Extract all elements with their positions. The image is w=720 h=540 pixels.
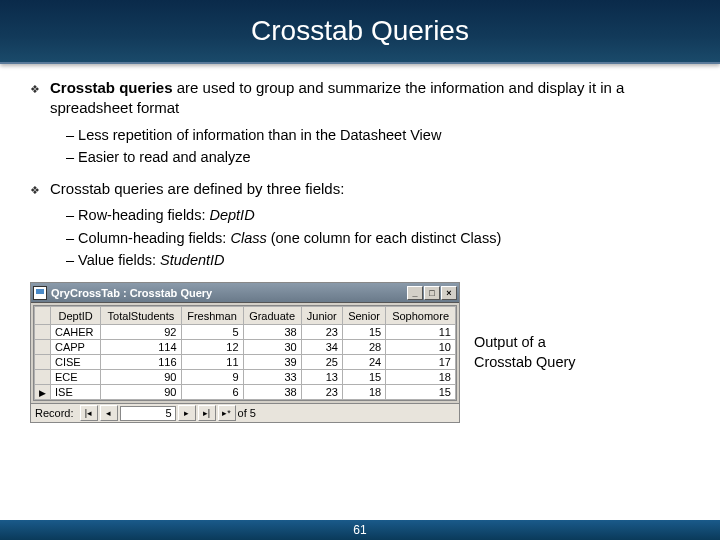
row-selector[interactable] [35,325,51,340]
bullet-2-subs: – Row-heading fields: DeptID – Column-he… [66,205,690,270]
value-cell[interactable]: 15 [342,370,385,385]
bullet-2: ❖ Crosstab queries are defined by three … [30,179,690,199]
dept-cell[interactable]: CAPP [51,340,101,355]
window-titlebar[interactable]: QryCrossTab : Crosstab Query _ □ × [31,283,459,303]
row-selector[interactable] [35,340,51,355]
record-navigator: Record: |◂ ◂ 5 ▸ ▸| ▸* of 5 [31,403,459,422]
new-record-button[interactable]: ▸* [218,405,236,421]
value-cell[interactable]: 23 [301,325,342,340]
window-title: QryCrossTab : Crosstab Query [51,287,407,299]
crosstab-table: DeptID TotalStudents Freshman Graduate J… [34,306,456,400]
row-selector[interactable] [35,355,51,370]
next-record-button[interactable]: ▸ [178,405,196,421]
value-cell[interactable]: 28 [342,340,385,355]
value-cell[interactable]: 33 [243,370,301,385]
value-cell[interactable]: 25 [301,355,342,370]
minimize-button[interactable]: _ [407,286,423,300]
dept-cell[interactable]: ISE [51,385,101,400]
table-row[interactable]: CISE1161139252417 [35,355,456,370]
value-cell[interactable]: 11 [181,355,243,370]
table-row[interactable]: ISE90638231815 [35,385,456,400]
value-cell[interactable]: 11 [386,325,456,340]
value-cell[interactable]: 9 [181,370,243,385]
dept-cell[interactable]: ECE [51,370,101,385]
value-cell[interactable]: 92 [101,325,181,340]
window-icon [33,286,47,300]
row-selector[interactable] [35,385,51,400]
query-output-row: QryCrossTab : Crosstab Query _ □ × DeptI… [30,282,690,423]
record-count: of 5 [238,407,256,419]
value-cell[interactable]: 116 [101,355,181,370]
value-cell[interactable]: 12 [181,340,243,355]
bullet-2-sub-2: – Column-heading fields: Class (one colu… [66,228,690,248]
bullet-2-text: Crosstab queries are defined by three fi… [50,179,344,199]
col-header[interactable]: Freshman [181,307,243,325]
dept-cell[interactable]: CAHER [51,325,101,340]
slide-header: Crosstab Queries [0,0,720,64]
value-cell[interactable]: 15 [342,325,385,340]
header-row: DeptID TotalStudents Freshman Graduate J… [35,307,456,325]
slide-title: Crosstab Queries [251,15,469,47]
first-record-button[interactable]: |◂ [80,405,98,421]
table-row[interactable]: CAPP1141230342810 [35,340,456,355]
row-selector-header [35,307,51,325]
col-header[interactable]: Graduate [243,307,301,325]
value-cell[interactable]: 38 [243,385,301,400]
table-row[interactable]: ECE90933131518 [35,370,456,385]
col-header[interactable]: Senior [342,307,385,325]
row-selector[interactable] [35,370,51,385]
bullet-2-sub-3: – Value fields: StudentID [66,250,690,270]
col-header[interactable]: DeptID [51,307,101,325]
bullet-1-sub-1: – Less repetition of information than in… [66,125,690,145]
output-caption: Output of a Crosstab Query [474,333,594,372]
value-cell[interactable]: 18 [386,370,456,385]
record-number-input[interactable]: 5 [120,406,176,421]
diamond-icon: ❖ [30,183,40,199]
slide-content: ❖ Crosstab queries are used to group and… [0,64,720,423]
value-cell[interactable]: 17 [386,355,456,370]
value-cell[interactable]: 18 [342,385,385,400]
data-grid[interactable]: DeptID TotalStudents Freshman Graduate J… [33,305,457,401]
value-cell[interactable]: 38 [243,325,301,340]
value-cell[interactable]: 90 [101,385,181,400]
value-cell[interactable]: 114 [101,340,181,355]
last-record-button[interactable]: ▸| [198,405,216,421]
bullet-1-bold: Crosstab queries [50,79,173,96]
value-cell[interactable]: 39 [243,355,301,370]
value-cell[interactable]: 6 [181,385,243,400]
value-cell[interactable]: 23 [301,385,342,400]
value-cell[interactable]: 10 [386,340,456,355]
col-header[interactable]: Junior [301,307,342,325]
bullet-2-sub-1: – Row-heading fields: DeptID [66,205,690,225]
bullet-1: ❖ Crosstab queries are used to group and… [30,78,690,119]
value-cell[interactable]: 24 [342,355,385,370]
close-button[interactable]: × [441,286,457,300]
value-cell[interactable]: 5 [181,325,243,340]
value-cell[interactable]: 13 [301,370,342,385]
value-cell[interactable]: 15 [386,385,456,400]
maximize-button[interactable]: □ [424,286,440,300]
value-cell[interactable]: 34 [301,340,342,355]
prev-record-button[interactable]: ◂ [100,405,118,421]
table-row[interactable]: CAHER92538231511 [35,325,456,340]
bullet-1-sub-2: – Easier to read and analyze [66,147,690,167]
slide-footer: 61 [0,520,720,540]
col-header[interactable]: Sophomore [386,307,456,325]
value-cell[interactable]: 90 [101,370,181,385]
diamond-icon: ❖ [30,82,40,119]
bullet-1-subs: – Less repetition of information than in… [66,125,690,168]
page-number: 61 [353,523,366,537]
query-window: QryCrossTab : Crosstab Query _ □ × DeptI… [30,282,460,423]
col-header[interactable]: TotalStudents [101,307,181,325]
record-label: Record: [35,407,74,419]
dept-cell[interactable]: CISE [51,355,101,370]
value-cell[interactable]: 30 [243,340,301,355]
